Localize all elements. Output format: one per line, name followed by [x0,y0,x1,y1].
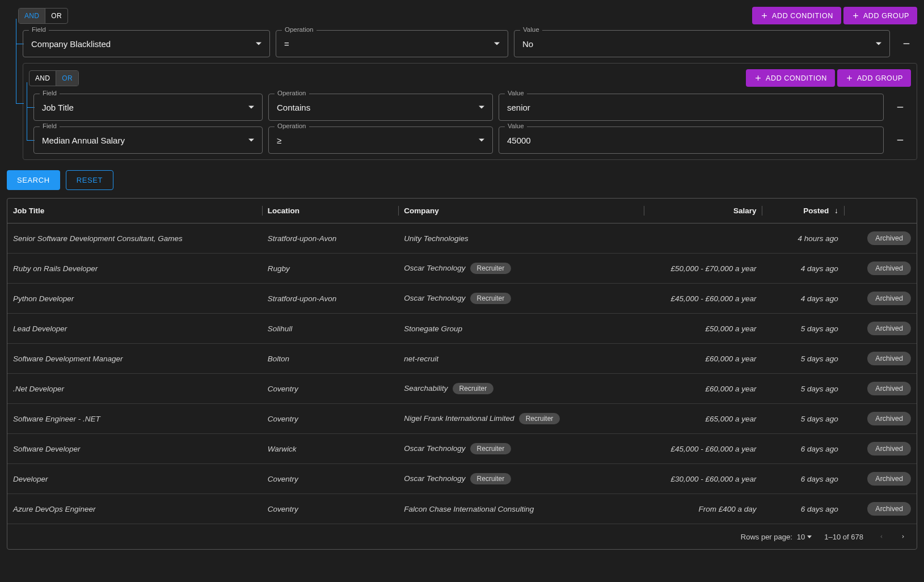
op-value: = [284,39,289,49]
cell-salary: £30,000 - £60,000 a year [644,464,762,494]
cell-salary: £45,000 - £60,000 a year [644,434,762,464]
cell-location: Coventry [262,494,398,524]
cell-job-title: Azure DevOps Engineer [7,494,262,524]
col-salary[interactable]: Salary [644,199,762,223]
cell-company: Oscar TechnologyRecruiter [398,434,644,464]
archived-badge: Archived [867,292,911,305]
table-row[interactable]: Software Development ManagerBoltonnet-re… [7,344,917,374]
cell-company: Oscar TechnologyRecruiter [398,284,644,314]
table-row[interactable]: DeveloperCoventryOscar TechnologyRecruit… [7,464,917,494]
table-header-row: Job Title Location Company Salary Posted… [7,199,917,223]
root-logic-or[interactable]: OR [45,9,67,23]
cell-job-title: Python Developer [7,284,262,314]
field-label: Field [29,26,49,33]
table-row[interactable]: Python DeveloperStratford-upon-AvonOscar… [7,284,917,314]
root-add-condition-label: ADD CONDITION [772,12,833,20]
cell-status: Archived [844,434,917,464]
col-company[interactable]: Company [398,199,644,223]
table-row[interactable]: Software DeveloperWarwickOscar Technolog… [7,434,917,464]
root-add-group-button[interactable]: ADD GROUP [843,7,917,24]
table-row[interactable]: Software Engineer - .NETCoventryNigel Fr… [7,404,917,434]
cell-salary: £45,000 - £60,000 a year [644,284,762,314]
cell-job-title: Developer [7,464,262,494]
value-input[interactable]: Value senior [499,94,884,121]
recruiter-chip: Recruiter [470,293,512,304]
col-job-title[interactable]: Job Title [7,199,262,223]
root-group-header: AND OR ADD CONDITION ADD GROUP [18,7,917,24]
cell-posted: 6 days ago [762,464,843,494]
delete-condition-button[interactable] [889,94,911,121]
results-table: Job Title Location Company Salary Posted… [7,198,917,550]
minus-icon [895,102,905,112]
table-row[interactable]: .Net DeveloperCoventrySearchabilityRecru… [7,374,917,404]
field-select[interactable]: Field Company Blacklisted [23,30,270,57]
cell-job-title: Software Engineer - .NET [7,404,262,434]
operation-select[interactable]: Operation Contains [268,94,493,121]
cell-status: Archived [844,284,917,314]
rows-per-page-select[interactable]: 10 [797,533,812,541]
next-page-button[interactable] [897,531,909,542]
operation-select[interactable]: Operation = [276,30,508,57]
nested-add-condition-label: ADD CONDITION [766,74,827,82]
nested-logic-toggle: AND OR [29,70,79,86]
plus-icon [754,74,762,82]
search-button[interactable]: SEARCH [7,170,60,190]
plus-icon [851,11,860,20]
table-row[interactable]: Azure DevOps EngineerCoventryFalcon Chas… [7,494,917,524]
field-value: Company Blacklisted [31,39,111,49]
col-status [844,199,917,223]
nested-add-condition-button[interactable]: ADD CONDITION [746,69,835,87]
root-logic-and[interactable]: AND [19,9,45,23]
prev-page-button[interactable] [876,531,887,542]
cell-location: Coventry [262,404,398,434]
cell-posted: 6 days ago [762,494,843,524]
recruiter-chip: Recruiter [470,443,512,454]
query-root-group: AND OR ADD CONDITION ADD GROUP Field Com… [7,7,917,160]
nested-logic-and[interactable]: AND [29,71,56,86]
cell-job-title: .Net Developer [7,374,262,404]
cell-company: SearchabilityRecruiter [398,374,644,404]
archived-badge: Archived [867,502,911,516]
nested-logic-or[interactable]: OR [56,71,78,86]
field-value: Job Title [42,103,74,112]
cell-job-title: Lead Developer [7,314,262,344]
field-label: Field [40,90,60,96]
cell-company: net-recruit [398,344,644,374]
archived-badge: Archived [867,442,911,456]
cell-salary [644,223,762,254]
field-select[interactable]: Field Job Title [33,94,263,121]
col-posted[interactable]: Posted ↓ [762,199,843,223]
pagination: Rows per page: 10 1–10 of 678 [7,524,917,549]
root-add-condition-button[interactable]: ADD CONDITION [752,7,841,24]
cell-salary: £60,000 a year [644,374,762,404]
reset-button[interactable]: RESET [66,170,113,190]
table-row[interactable]: Ruby on Rails DeveloperRugbyOscar Techno… [7,254,917,284]
cell-status: Archived [844,404,917,434]
minus-icon [895,135,905,145]
operation-select[interactable]: Operation ≥ [268,126,493,154]
field-select[interactable]: Field Median Annual Salary [33,126,263,154]
cell-job-title: Software Developer [7,434,262,464]
chevron-left-icon [879,533,884,541]
val-value: senior [507,103,530,112]
nested-add-group-button[interactable]: ADD GROUP [837,69,911,87]
cell-posted: 4 days ago [762,284,843,314]
cell-company: Nigel Frank International LimitedRecruit… [398,404,644,434]
op-label: Operation [275,90,309,96]
value-number-input[interactable]: Value 45000 [499,126,884,154]
table-row[interactable]: Lead DeveloperSolihullStonegate Group£50… [7,314,917,344]
cell-company: Stonegate Group [398,314,644,344]
col-location[interactable]: Location [262,199,398,223]
table-row[interactable]: Senior Software Development Consultant, … [7,223,917,254]
val-label: Value [505,90,527,96]
delete-condition-button[interactable] [889,126,911,154]
cell-company: Falcon Chase International Consulting [398,494,644,524]
recruiter-chip: Recruiter [470,473,512,484]
chevron-right-icon [900,533,906,541]
cell-status: Archived [844,223,917,254]
archived-badge: Archived [867,352,911,365]
cell-job-title: Software Development Manager [7,344,262,374]
delete-condition-button[interactable] [896,30,917,57]
cell-status: Archived [844,314,917,344]
value-select[interactable]: Value No [514,30,890,57]
